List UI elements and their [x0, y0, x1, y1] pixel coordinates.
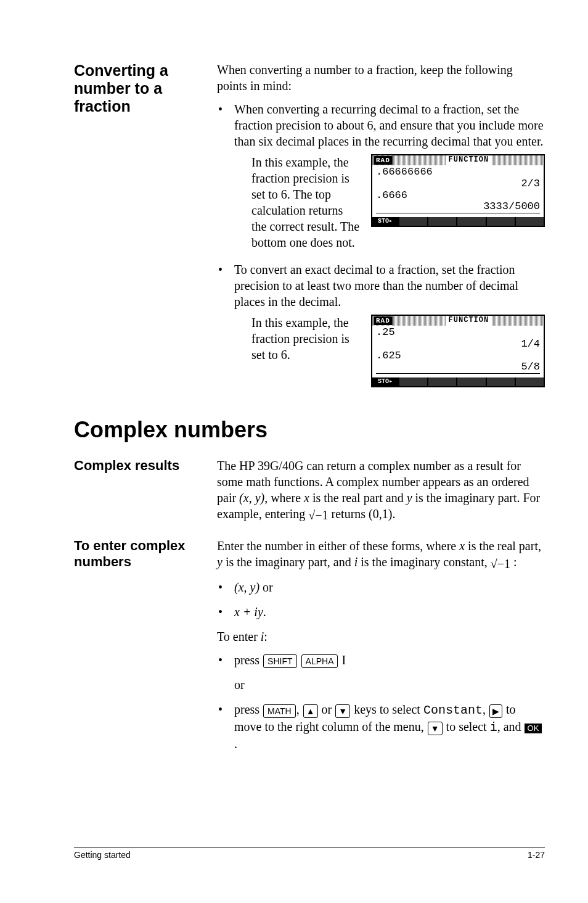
calc2-out2: 5/8 — [521, 361, 540, 373]
calc2-out1: 1/4 — [521, 339, 540, 350]
calc1-out1: 2/3 — [521, 178, 540, 190]
ec-sqrt: √−1 — [491, 556, 510, 572]
or1: or — [259, 580, 273, 594]
form-pair: (x, y) or — [217, 579, 545, 595]
calc2-func: FUNCTION — [446, 316, 492, 326]
cr-c: is the real part and — [309, 491, 407, 505]
ec-e: : — [510, 555, 517, 569]
press1: press — [234, 653, 263, 667]
calc2-in2: .625 — [376, 350, 401, 362]
press-shift-alpha: press SHIFT ALPHA I or — [217, 652, 545, 693]
dot2: . — [263, 605, 266, 619]
i-mono: i — [490, 720, 497, 735]
calc1-out2: 3333/5000 — [483, 201, 540, 213]
enter-complex-body: Enter the number in either of these form… — [217, 538, 545, 571]
press-math: press MATH, ▲ or ▼ keys to select Consta… — [217, 701, 545, 752]
constant: Constant — [423, 703, 483, 717]
ec-d: is the imaginary constant, — [357, 555, 491, 569]
c3: , — [497, 720, 504, 733]
bullet-recurring-text: When converting a recurring decimal to a… — [234, 102, 544, 148]
complex-numbers-heading: Complex numbers — [74, 417, 545, 443]
shift-key: SHIFT — [263, 654, 296, 668]
cr-b: , where — [264, 491, 304, 505]
alpha-key: ALPHA — [301, 654, 338, 668]
calc1-func: FUNCTION — [446, 155, 492, 165]
math-key: MATH — [263, 704, 296, 718]
up-key: ▲ — [303, 704, 318, 718]
down-key-2: ▼ — [428, 722, 443, 735]
bullet-exact-text: To convert an exact decimal to a fractio… — [234, 263, 518, 308]
calc-screen-2: RAD FUNCTION .25 1/4 .625 5/8 — [371, 315, 545, 387]
per: . — [234, 737, 237, 751]
opt2: x + iy — [234, 605, 263, 619]
opt1: (x, y) — [234, 580, 259, 594]
complex-results-body: The HP 39G/40G can return a complex numb… — [217, 458, 545, 523]
press2: press — [234, 703, 263, 716]
ec-b: is the real part, — [465, 539, 541, 553]
calc1-rad: RAD — [374, 156, 393, 165]
cr-sqrt: √−1 — [308, 507, 328, 523]
colon: : — [264, 630, 267, 643]
cr-y: y — [407, 491, 412, 505]
ec-x: x — [459, 539, 465, 553]
calc1-sto: STO▸ — [372, 217, 398, 226]
cr-pair: (x, y) — [239, 491, 264, 505]
calc1-header: RAD FUNCTION — [372, 155, 544, 165]
intro-text: When converting a number to a fraction, … — [217, 62, 545, 94]
calc2-footer: STO▸ — [372, 377, 544, 386]
calc2-rad: RAD — [374, 316, 393, 325]
calc2-sto: STO▸ — [372, 377, 398, 386]
calc-screen-1: RAD FUNCTION .66666666 2/3 .6666 3333/50… — [371, 154, 545, 227]
calc1-footer: STO▸ — [372, 217, 544, 226]
bullet-recurring: When converting a recurring decimal to a… — [217, 101, 545, 250]
example2-text: In this example, the fraction precision … — [251, 315, 360, 363]
or-line: or — [234, 677, 545, 693]
calc1-in2: .6666 — [376, 190, 407, 202]
down-key: ▼ — [335, 704, 350, 718]
example1-text: In this example, the fraction precision … — [251, 154, 360, 250]
and: and — [504, 720, 525, 733]
ec-c: is the imaginary part, and — [223, 555, 354, 569]
right-key-1: ▶ — [489, 704, 502, 718]
footer-left: Getting started — [74, 850, 131, 860]
orin: or — [319, 703, 335, 716]
keysto: keys to select — [351, 703, 423, 716]
ec-y: y — [217, 555, 223, 569]
bullet-exact: To convert an exact decimal to a fractio… — [217, 262, 545, 387]
ec-a: Enter the number in either of these form… — [217, 539, 459, 553]
i-key-label: I — [338, 653, 346, 667]
toenter: To enter — [217, 630, 261, 643]
c1: , — [296, 703, 303, 716]
ok-softkey: OK — [525, 724, 542, 733]
calc2-header: RAD FUNCTION — [372, 316, 544, 326]
cr-x: x — [304, 491, 309, 505]
tosel: to select — [443, 720, 490, 733]
footer-right: 1-27 — [528, 850, 545, 860]
form-xiy: x + iy. — [217, 604, 545, 620]
page-footer: Getting started 1-27 — [74, 847, 545, 860]
enter-complex-heading: To enter complex numbers — [74, 538, 210, 569]
calc2-in1: .25 — [376, 327, 395, 339]
calc1-in1: .66666666 — [376, 167, 433, 178]
cr-e: returns (0,1). — [329, 507, 396, 521]
c2: , — [483, 703, 489, 716]
section-heading-convert: Converting a number to a fraction — [74, 62, 210, 115]
complex-results-heading: Complex results — [74, 458, 210, 473]
to-enter-i: To enter i: — [217, 629, 545, 645]
